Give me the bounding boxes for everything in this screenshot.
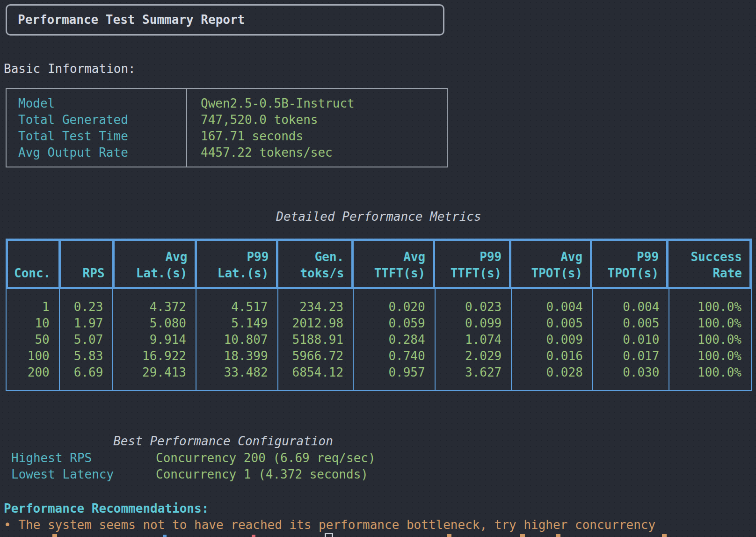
metrics-cell: 1 [7, 299, 50, 315]
metrics-cell: 0.099 [436, 315, 502, 332]
metrics-header-cell: RPS [61, 241, 114, 287]
recommendation-text: The system seems not to have reached its… [18, 518, 655, 532]
clipped-glyph-fragment [662, 534, 667, 537]
metrics-cell: 29.413 [113, 364, 186, 381]
metrics-body-column: 11050100200 [7, 289, 60, 390]
metrics-header-cell: P99TPOT(s) [592, 241, 669, 287]
best-config-label: Lowest Latency [11, 466, 114, 483]
metrics-cell: 6854.12 [278, 364, 344, 381]
table-row: Model Qwen2.5-0.5B-Instruct [7, 95, 447, 112]
basic-info-label: Total Generated [7, 112, 187, 128]
metrics-header-cell: P99Lat.(s) [197, 241, 278, 287]
metrics-cell: 0.005 [512, 315, 583, 332]
metrics-body-column: 0.0200.0590.2840.7400.957 [354, 289, 436, 390]
metrics-cell: 0.005 [593, 315, 660, 332]
table-row: Highest RPS Concurrency 200 (6.69 req/se… [0, 450, 756, 466]
metrics-cell: 100 [7, 348, 50, 364]
metrics-cell: 0.028 [512, 364, 583, 381]
metrics-body-column: 4.5175.14910.80718.39933.482 [196, 289, 278, 390]
bullet-glyph: • [4, 518, 11, 532]
metrics-cell: 200 [7, 364, 50, 381]
metrics-cell: 5.83 [60, 348, 103, 364]
metrics-body-column: 0.0230.0991.0742.0293.627 [436, 289, 512, 390]
metrics-cell: 0.023 [436, 299, 502, 315]
metrics-header-cell: AvgLat.(s) [115, 241, 197, 287]
recommendation-item: •The system seems not to have reached it… [4, 517, 655, 533]
table-row: Avg Output Rate 4457.22 tokens/sec [7, 145, 447, 161]
clipped-glyph-fragment [447, 534, 451, 537]
metrics-cell: 3.627 [436, 364, 502, 381]
best-config-label: Highest RPS [11, 450, 92, 466]
basic-info-value: 167.71 seconds [187, 128, 447, 145]
best-config-value: Concurrency 1 (4.372 seconds) [156, 466, 368, 483]
metrics-cell: 16.922 [113, 348, 186, 364]
metrics-table-title: Detailed Performance Metrics [6, 209, 752, 225]
metrics-cell: 0.016 [512, 348, 583, 364]
clipped-glyph-fragment [52, 534, 57, 537]
metrics-cell: 10.807 [196, 332, 268, 348]
metrics-cell: 5.080 [113, 315, 186, 332]
metrics-header-cell: AvgTPOT(s) [511, 241, 592, 287]
metrics-cell: 5966.72 [278, 348, 344, 364]
metrics-cell: 4.517 [196, 299, 268, 315]
metrics-body-column: 0.0040.0050.0100.0170.030 [593, 289, 670, 390]
table-row: Total Test Time 167.71 seconds [7, 128, 447, 145]
clipped-glyph-fragment [520, 534, 525, 537]
clipped-glyph-fragment [252, 535, 255, 537]
recommendations-heading: Performance Recommendations: [4, 501, 209, 517]
basic-info-value: Qwen2.5-0.5B-Instruct [187, 95, 447, 112]
metrics-cell: 0.284 [354, 332, 425, 348]
metrics-cell: 9.914 [113, 332, 186, 348]
metrics-cell: 100.0% [669, 315, 741, 332]
metrics-cell: 100.0% [669, 299, 741, 315]
metrics-cell: 5.149 [196, 315, 268, 332]
metrics-cell: 100.0% [669, 364, 741, 381]
metrics-cell: 1.97 [60, 315, 103, 332]
metrics-header-cell: Gen.toks/s [278, 241, 354, 287]
metrics-cell: 10 [7, 315, 50, 332]
metrics-cell: 100.0% [669, 348, 741, 364]
clipped-glyph-fragment [556, 534, 560, 537]
metrics-cell: 18.399 [196, 348, 268, 364]
basic-info-label: Model [7, 95, 187, 112]
metrics-cell: 5188.91 [278, 332, 344, 348]
metrics-cell: 234.23 [278, 299, 344, 315]
column-divider [186, 89, 187, 167]
metrics-cell: 0.017 [593, 348, 660, 364]
metrics-cell: 33.482 [196, 364, 268, 381]
metrics-cell: 0.009 [512, 332, 583, 348]
metrics-cell: 4.372 [113, 299, 186, 315]
metrics-body-column: 0.231.975.075.836.69 [60, 289, 114, 390]
metrics-cell: 2.029 [436, 348, 502, 364]
metrics-table-body: 110501002000.231.975.075.836.694.3725.08… [6, 289, 752, 391]
best-config-value: Concurrency 200 (6.69 req/sec) [156, 450, 376, 466]
metrics-cell: 50 [7, 332, 50, 348]
metrics-cell: 1.074 [436, 332, 502, 348]
basic-info-table: Model Qwen2.5-0.5B-Instruct Total Genera… [6, 88, 448, 167]
basic-info-value: 4457.22 tokens/sec [187, 145, 447, 161]
metrics-cell: 6.69 [60, 364, 103, 381]
metrics-body-column: 4.3725.0809.91416.92229.413 [113, 289, 196, 390]
metrics-cell: 0.010 [593, 332, 660, 348]
metrics-body-column: 100.0%100.0%100.0%100.0%100.0% [669, 289, 751, 390]
basic-info-value: 747,520.0 tokens [187, 112, 447, 128]
metrics-header-cell: P99TTFT(s) [435, 241, 511, 287]
report-title-panel: Performance Test Summary Report [6, 4, 444, 36]
metrics-cell: 0.059 [354, 315, 425, 332]
metrics-header-cell: AvgTTFT(s) [354, 241, 435, 287]
basic-info-label: Avg Output Rate [7, 145, 187, 161]
metrics-cell: 0.957 [354, 364, 425, 381]
metrics-header-row: Conc.RPSAvgLat.(s)P99Lat.(s)Gen.toks/sAv… [6, 239, 752, 289]
terminal-cursor [325, 533, 333, 537]
metrics-cell: 100.0% [669, 332, 741, 348]
metrics-cell: 0.030 [593, 364, 660, 381]
table-row: Lowest Latency Concurrency 1 (4.372 seco… [0, 466, 756, 483]
metrics-header-cell: SuccessRate [669, 241, 749, 287]
metrics-body-column: 234.232012.985188.915966.726854.12 [278, 289, 354, 390]
metrics-header-cell: Conc. [8, 241, 61, 287]
metrics-cell: 5.07 [60, 332, 103, 348]
metrics-cell: 0.020 [354, 299, 425, 315]
table-row: Total Generated 747,520.0 tokens [7, 112, 447, 128]
metrics-cell: 0.23 [60, 299, 103, 315]
best-config-title: Best Performance Configuration [6, 433, 441, 450]
